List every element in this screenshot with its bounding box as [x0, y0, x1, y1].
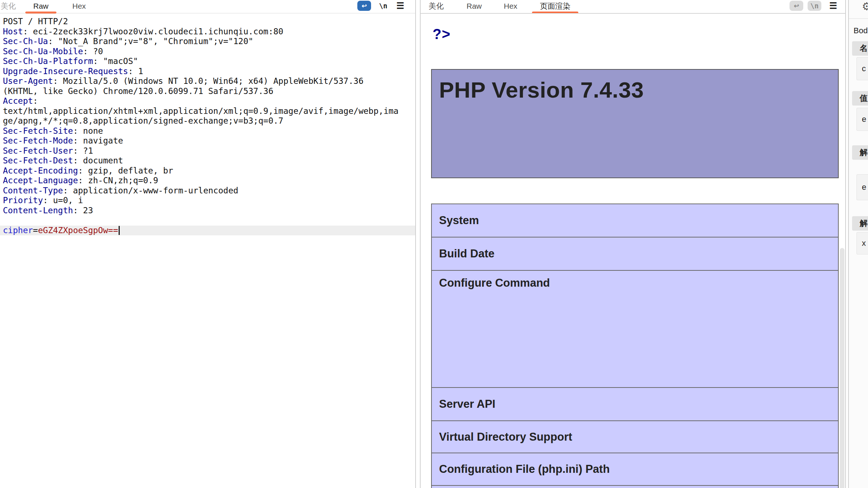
word-wrap-toggle-icon[interactable]: ↩: [790, 1, 803, 11]
param-field-input[interactable]: x: [856, 232, 868, 254]
phpinfo-row: Virtual Directory Support: [432, 421, 838, 453]
request-line: text/html,application/xhtml+xml,applicat…: [3, 106, 415, 116]
phpinfo-row-label: Virtual Directory Support: [439, 431, 572, 444]
request-line: Accept-Encoding: gzip, deflate, br: [3, 166, 415, 176]
tab-hex[interactable]: Hex: [496, 1, 525, 12]
request-editor[interactable]: POST / HTTP/2Host: eci-2zeck33krj7lwooz0…: [0, 13, 415, 488]
request-line: Sec-Ch-Ua: "Not_A Brand";v="8", "Chromiu…: [3, 37, 415, 47]
request-line: Sec-Fetch-User: ?1: [3, 146, 415, 156]
param-field-input[interactable]: e: [856, 108, 868, 131]
phpinfo-header-box: PHP Version 7.4.33: [431, 69, 839, 178]
phpinfo-table: SystemBuild DateConfigure CommandServer …: [431, 204, 839, 488]
response-panel: 美化RawHex页面渲染 ↩ \n ☰ ?> PHP Version 7.4.3…: [421, 0, 845, 488]
tab-page-render[interactable]: 页面渲染: [532, 1, 578, 12]
app-window: 美化RawHex ↩ \n ☰ POST / HTTP/2Host: eci-2…: [0, 0, 868, 488]
request-body-line: cipher=eGZ4ZXpoeSgpOw==: [0, 226, 415, 236]
show-newline-toggle[interactable]: \n: [808, 1, 821, 11]
gear-icon[interactable]: ⚙: [862, 0, 868, 13]
phpinfo-row-label: Configure Command: [439, 277, 550, 290]
phpinfo-row-label: System: [439, 214, 479, 227]
request-line: Accept-Language: zh-CN,zh;q=0.9: [3, 176, 415, 186]
request-line: POST / HTTP/2: [3, 17, 415, 27]
params-side-panel: ⚙ Bod 名c值e解e解x: [849, 0, 868, 488]
tabbar-divider: [421, 13, 845, 14]
request-line: Sec-Fetch-Dest: document: [3, 156, 415, 166]
panel-separator: [845, 0, 846, 488]
phpinfo-row: Server API: [432, 388, 838, 421]
panel-separator: [415, 0, 416, 488]
request-line: Sec-Fetch-Site: none: [3, 126, 415, 136]
side-divider: [849, 18, 868, 19]
param-field-input[interactable]: c: [856, 57, 868, 80]
hamburger-menu-icon: ☰: [396, 1, 404, 11]
param-field-label: 值: [852, 91, 868, 106]
request-line: Sec-Ch-Ua-Mobile: ?0: [3, 47, 415, 57]
phpinfo-row: Build Date: [432, 237, 838, 271]
wrap-icon: ↩: [362, 2, 367, 10]
request-line: Sec-Fetch-Mode: navigate: [3, 136, 415, 146]
phpinfo-row-label: Build Date: [439, 247, 494, 260]
phpinfo-row: [432, 486, 838, 488]
param-field-label: 名: [852, 41, 868, 56]
newline-icon: \n: [810, 2, 819, 10]
request-line: ge/apng,*/*;q=0.8,application/signed-exc…: [3, 116, 415, 126]
request-line: [3, 215, 415, 226]
phpinfo-row-label: Configuration File (php.ini) Path: [439, 463, 610, 476]
param-field-input[interactable]: e: [856, 174, 868, 200]
show-newline-toggle[interactable]: \n: [379, 1, 387, 11]
request-line: Host: eci-2zeck33krj7lwooz0viw.cloudeci1…: [3, 27, 415, 37]
request-line: Accept:: [3, 96, 415, 106]
newline-icon: \n: [379, 2, 387, 10]
hamburger-menu-icon: ☰: [829, 1, 837, 11]
request-line: Priority: u=0, i: [3, 196, 415, 206]
phpinfo-row: Configure Command: [432, 271, 838, 388]
body-section-label: Bod: [854, 26, 868, 35]
tab-raw[interactable]: Raw: [25, 1, 56, 12]
request-line: (KHTML, like Gecko) Chrome/120.0.6099.71…: [3, 86, 415, 97]
tab-raw[interactable]: Raw: [459, 1, 490, 12]
request-panel: 美化RawHex ↩ \n ☰ POST / HTTP/2Host: eci-2…: [0, 0, 415, 488]
tab-hex[interactable]: Hex: [64, 1, 94, 12]
text-cursor: [119, 226, 120, 235]
request-line: Sec-Ch-Ua-Platform: "macOS": [3, 56, 415, 67]
wrap-icon: ↩: [794, 2, 799, 10]
param-field-label: 解: [852, 216, 868, 231]
request-line: Content-Length: 23: [3, 206, 415, 216]
tab-beautify[interactable]: 美化: [0, 1, 24, 12]
phpinfo-version-title: PHP Version 7.4.33: [432, 70, 838, 103]
tab-beautify[interactable]: 美化: [421, 1, 452, 12]
request-line: User-Agent: Mozilla/5.0 (Windows NT 10.0…: [3, 76, 415, 86]
word-wrap-toggle-icon[interactable]: ↩: [357, 1, 371, 11]
request-line: Content-Type: application/x-www-form-url…: [3, 186, 415, 196]
editor-menu-button[interactable]: ☰: [396, 1, 404, 11]
phpinfo-row: System: [432, 204, 838, 237]
php-closing-tag-text: ?>: [433, 26, 451, 42]
vertical-scrollbar[interactable]: [840, 248, 844, 488]
phpinfo-row: Configuration File (php.ini) Path: [432, 453, 838, 486]
editor-menu-button[interactable]: ☰: [829, 1, 837, 11]
request-line: Upgrade-Insecure-Requests: 1: [3, 67, 415, 77]
phpinfo-row-label: Server API: [439, 398, 495, 411]
param-field-label: 解: [852, 145, 868, 160]
